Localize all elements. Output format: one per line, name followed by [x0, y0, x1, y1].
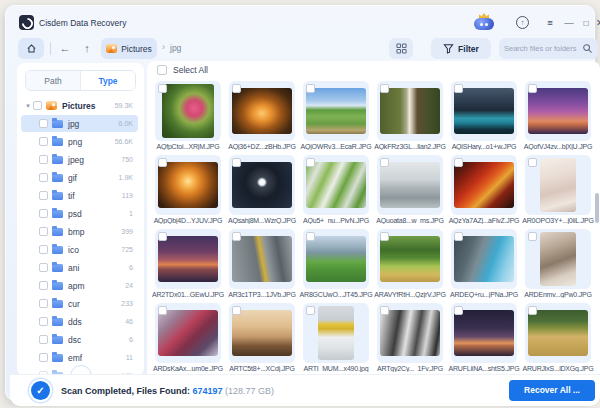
row-checkbox[interactable] [39, 335, 48, 344]
sidebar-item-pictures[interactable]: ▾ Pictures 59.3K [21, 97, 138, 114]
file-card[interactable]: ARTI_MUM...x490.jpg [303, 303, 369, 363]
filter-button[interactable]: Filter [431, 38, 491, 59]
file-checkbox[interactable] [454, 84, 463, 93]
vertical-scrollbar[interactable] [595, 193, 599, 223]
file-card[interactable]: AQfpCtoi...XRjM.JPG [155, 81, 221, 141]
row-checkbox[interactable] [39, 191, 48, 200]
sidebar-item-psd[interactable]: psd 1 [21, 205, 138, 222]
file-card[interactable]: AQpQbj4D...YJUV.JPG [155, 155, 221, 215]
file-card[interactable]: ARURJlxS...lDXGq.JPG [525, 303, 591, 363]
file-card[interactable]: AQu5+_nu...PivN.JPG [303, 155, 369, 215]
file-card[interactable]: AR3c1TP3...1JVb.JPG [229, 229, 295, 289]
file-checkbox[interactable] [454, 306, 463, 315]
file-checkbox[interactable] [306, 84, 315, 93]
file-checkbox[interactable] [232, 158, 241, 167]
file-card[interactable]: ARUFLiiNA...shtS5.JPG [451, 303, 517, 363]
sidebar-item-png[interactable]: png 56.6K [21, 133, 138, 150]
search-input[interactable] [504, 44, 579, 53]
row-checkbox[interactable] [39, 137, 48, 146]
file-card[interactable]: ARTC5t8+...XCdj.JPG [229, 303, 295, 363]
file-checkbox[interactable] [380, 232, 389, 241]
file-card[interactable]: AR0OPO3Y+...j0iiL.JPG [525, 155, 591, 215]
promo-mascot-icon[interactable] [473, 13, 495, 30]
file-card[interactable]: AQuoata8...w_ms.JPG [377, 155, 443, 215]
file-checkbox[interactable] [528, 232, 537, 241]
row-checkbox[interactable] [39, 299, 48, 308]
row-checkbox[interactable] [39, 209, 48, 218]
row-checkbox[interactable] [39, 227, 48, 236]
maximize-button[interactable]: □ [579, 16, 593, 30]
grid-view-button[interactable] [389, 38, 413, 59]
file-card[interactable]: ARDEQ+ru...jPNa.JPG [451, 229, 517, 289]
file-card[interactable]: AQzYa7AZj...aFlvZ.JPG [451, 155, 517, 215]
file-card[interactable]: AQofVJ4zv...bjXjU.JPG [525, 81, 591, 141]
file-checkbox[interactable] [454, 158, 463, 167]
search-box[interactable] [499, 38, 598, 59]
file-checkbox[interactable] [158, 232, 167, 241]
file-checkbox[interactable] [158, 84, 167, 93]
home-button[interactable] [18, 38, 44, 59]
up-button[interactable]: ↑ [76, 38, 98, 59]
caret-down-icon[interactable]: ▾ [23, 102, 33, 110]
file-checkbox[interactable] [380, 306, 389, 315]
sidebar-item-apm[interactable]: apm 24 [21, 277, 138, 294]
row-checkbox[interactable] [39, 317, 48, 326]
file-checkbox[interactable] [528, 158, 537, 167]
file-card[interactable]: ARDsKaAx...um0e.JPG [155, 303, 221, 363]
file-card[interactable]: ARAVYfRtH...QzjrV.JPG [377, 229, 443, 289]
file-checkbox[interactable] [454, 232, 463, 241]
select-all-checkbox[interactable] [157, 65, 167, 75]
file-card[interactable]: AQjOWRv3...EcaR.JPG [303, 81, 369, 141]
sidebar-item-gif[interactable]: gif 1.9K [21, 169, 138, 186]
file-checkbox[interactable] [158, 158, 167, 167]
file-card[interactable]: ARDEnmv...gPw0.JPG [525, 229, 591, 289]
file-checkbox[interactable] [158, 306, 167, 315]
sidebar-item-ani[interactable]: ani 6 [21, 259, 138, 276]
file-checkbox[interactable] [380, 84, 389, 93]
sidebar-item-ico[interactable]: ico 725 [21, 241, 138, 258]
menu-icon[interactable]: ≡ [543, 16, 557, 30]
file-checkbox[interactable] [380, 158, 389, 167]
row-checkbox[interactable] [39, 155, 48, 164]
breadcrumb-current[interactable]: jpg [170, 43, 181, 53]
back-button[interactable]: ← [54, 38, 76, 59]
file-checkbox[interactable] [232, 84, 241, 93]
minimize-button[interactable]: — [562, 16, 576, 30]
sidebar-item-dds[interactable]: dds 46 [21, 313, 138, 330]
sidebar-item-jpeg[interactable]: jpeg 750 [21, 151, 138, 168]
file-checkbox[interactable] [306, 158, 315, 167]
close-button[interactable]: ✕ [593, 16, 600, 30]
file-checkbox[interactable] [528, 306, 537, 315]
tab-path[interactable]: Path [26, 71, 81, 90]
row-checkbox[interactable] [33, 101, 42, 110]
file-card[interactable]: AR2TDx01...GEwU.JPG [155, 229, 221, 289]
file-card[interactable]: ARTgy2Cy..._1Fv.JPG [377, 303, 443, 363]
file-card[interactable]: AQsahj8M...WzrQ.JPG [229, 155, 295, 215]
recover-all-button[interactable]: Recover All ... [509, 380, 595, 401]
file-card[interactable]: AR8GCUwO...JT45.JPG [303, 229, 369, 289]
file-checkbox[interactable] [232, 232, 241, 241]
file-checkbox[interactable] [306, 232, 315, 241]
select-all[interactable]: Select All [157, 65, 208, 75]
upgrade-icon[interactable]: ↑ [516, 16, 529, 29]
file-card[interactable]: AQkFRz3GL...lian2.JPG [377, 81, 443, 141]
sidebar-item-cur[interactable]: cur 233 [21, 295, 138, 312]
sidebar-item-jpg[interactable]: jpg 6.0K [21, 115, 138, 132]
row-checkbox[interactable] [39, 263, 48, 272]
row-checkbox[interactable] [39, 281, 48, 290]
sidebar-item-tif[interactable]: tif 119 [21, 187, 138, 204]
file-card[interactable]: AQlSHary...o1+w.JPG [451, 81, 517, 141]
breadcrumb-root[interactable]: Pictures [101, 38, 157, 59]
file-checkbox[interactable] [528, 84, 537, 93]
file-checkbox[interactable] [306, 306, 315, 315]
sidebar-item-dsc[interactable]: dsc 6 [21, 331, 138, 348]
file-card[interactable]: AQj36+DZ...zBHb.JPG [229, 81, 295, 141]
row-checkbox[interactable] [39, 173, 48, 182]
file-checkbox[interactable] [232, 306, 241, 315]
tab-type[interactable]: Type [81, 71, 135, 90]
sidebar-item-bmp[interactable]: bmp 399 [21, 223, 138, 240]
row-checkbox[interactable] [39, 353, 48, 362]
sidebar-item-emf[interactable]: emf 11 [21, 349, 138, 366]
row-checkbox[interactable] [39, 119, 48, 128]
row-checkbox[interactable] [39, 245, 48, 254]
